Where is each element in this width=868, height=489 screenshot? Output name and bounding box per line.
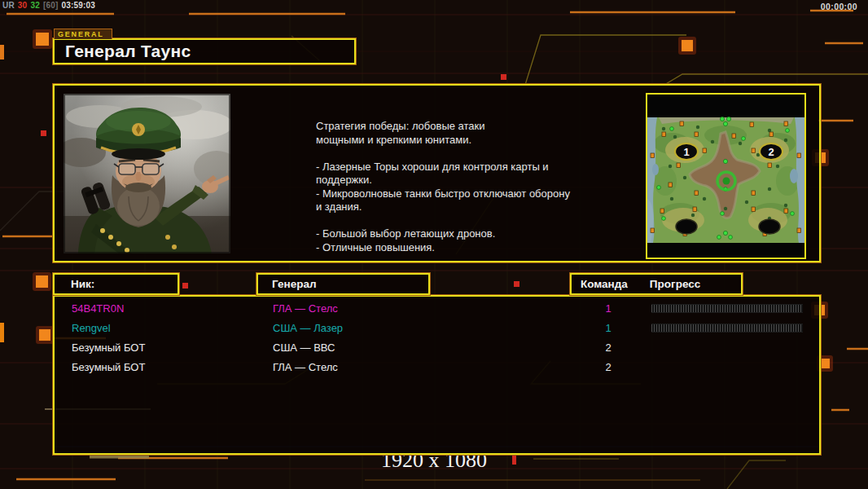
table-row: 54B4TR0N ГЛА — Стелс 1 (55, 300, 819, 319)
svg-text:1: 1 (683, 146, 689, 158)
start-position-2: 2 (760, 143, 783, 160)
player-nick: Rengvel (72, 322, 111, 334)
map-preview: 1 2 (646, 93, 806, 259)
debug-label: UR (2, 1, 15, 10)
player-nick: Безумный БОТ (72, 361, 145, 373)
debug-value-3: [60] (43, 1, 59, 10)
svg-text:2: 2 (768, 146, 774, 158)
progress-bar (651, 304, 803, 313)
player-team: 1 (592, 322, 625, 334)
general-portrait-image (64, 94, 230, 253)
player-nick: Безумный БОТ (72, 341, 145, 354)
general-name: Генерал Таунс (55, 42, 191, 61)
table-row: Безумный БОТ США — ВВС 2 (55, 339, 819, 359)
player-general: ГЛА — Стелс (273, 302, 338, 315)
debug-value-1: 30 (18, 1, 28, 10)
edge-tabs (0, 45, 4, 342)
player-general: ГЛА — Стелс (273, 361, 338, 373)
general-tag: GENERAL (54, 29, 112, 39)
header-general-label: Генерал (258, 278, 316, 290)
start-position-1: 1 (675, 143, 698, 160)
progress-bar (651, 324, 803, 333)
table-row: Rengvel США — Лазер 1 (55, 319, 819, 339)
player-general: США — Лазер (273, 322, 343, 334)
player-team: 2 (592, 361, 625, 373)
header-team-progress: Команда Прогресс (570, 273, 743, 295)
start-position-empty-left (676, 219, 697, 234)
header-nick: Ник: (53, 273, 179, 295)
player-general: США — ВВС (273, 341, 335, 354)
general-title-box: Генерал Таунс (53, 38, 356, 64)
start-position-empty-right (759, 219, 780, 234)
loading-screen: UR3032[60]03:59:03 00:00:00 GENERAL Гене… (0, 0, 868, 489)
player-team: 2 (592, 341, 625, 354)
table-row: Безумный БОТ ГЛА — Стелс 2 (55, 359, 819, 378)
player-nick: 54B4TR0N (72, 302, 124, 315)
players-table: 54B4TR0N ГЛА — Стелс 1 Rengvel США — Лаз… (53, 295, 821, 455)
player-team: 1 (592, 302, 625, 315)
header-general: Генерал (256, 273, 430, 295)
match-timer: 00:00:00 (821, 2, 857, 11)
map-preview-image: 1 2 (647, 95, 804, 258)
debug-readout: UR3032[60]03:59:03 (2, 1, 99, 10)
header-team-label: Команда (572, 278, 628, 290)
header-progress-label: Прогресс (628, 278, 700, 290)
strategy-text: Стратегия победы: лобовые атаки мощными … (316, 120, 617, 254)
general-portrait (64, 94, 230, 253)
debug-value-2: 32 (30, 1, 40, 10)
header-nick-label: Ник: (55, 278, 94, 290)
debug-time: 03:59:03 (62, 1, 96, 10)
